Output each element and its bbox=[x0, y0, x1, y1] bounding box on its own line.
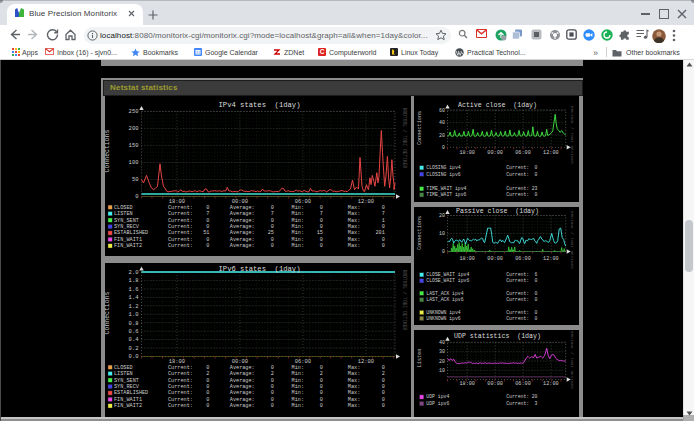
svg-text:0: 0 bbox=[319, 237, 322, 243]
svg-text:Max:: Max: bbox=[347, 403, 359, 409]
svg-text:Average:: Average: bbox=[229, 403, 254, 409]
svg-text:12:00: 12:00 bbox=[543, 256, 559, 262]
svg-text:Max:: Max: bbox=[347, 230, 359, 236]
svg-text:0.0: 0.0 bbox=[128, 353, 138, 360]
svg-text:0.6: 0.6 bbox=[128, 328, 138, 335]
svg-text:0: 0 bbox=[381, 397, 384, 403]
svg-text:Average:: Average: bbox=[229, 224, 254, 230]
svg-text:31: 31 bbox=[196, 50, 201, 55]
svg-text:Current:: Current: bbox=[506, 272, 529, 277]
svg-text:Current:: Current: bbox=[167, 390, 192, 396]
svg-text:1.0: 1.0 bbox=[128, 311, 138, 318]
svg-text:FIN_WAIT2: FIN_WAIT2 bbox=[113, 243, 141, 249]
svg-text:FIN_WAIT1: FIN_WAIT1 bbox=[113, 397, 141, 403]
svg-text:Current:: Current: bbox=[506, 165, 529, 170]
svg-text:LAST_ACK ipv4: LAST_ACK ipv4 bbox=[427, 291, 464, 296]
svg-text:18:00: 18:00 bbox=[460, 150, 476, 156]
svg-text:6: 6 bbox=[535, 272, 538, 277]
svg-text:Average:: Average: bbox=[229, 237, 254, 243]
svg-text:3: 3 bbox=[535, 401, 538, 406]
svg-text:SYN_RECV: SYN_RECV bbox=[113, 384, 139, 390]
svg-text:0: 0 bbox=[319, 224, 322, 230]
svg-text:0: 0 bbox=[206, 218, 209, 224]
svg-text:0: 0 bbox=[535, 310, 538, 315]
svg-text:0: 0 bbox=[206, 378, 209, 384]
svg-text:0: 0 bbox=[381, 384, 384, 390]
svg-text:0: 0 bbox=[319, 378, 322, 384]
svg-text:60: 60 bbox=[439, 108, 445, 113]
svg-text:CLOSING ipv6: CLOSING ipv6 bbox=[427, 172, 462, 177]
svg-text:SYN_SENT: SYN_SENT bbox=[113, 218, 138, 224]
svg-text:0: 0 bbox=[535, 291, 538, 296]
svg-text:Current:: Current: bbox=[167, 243, 192, 249]
svg-text:IPv6 states (1day): IPv6 states (1day) bbox=[218, 265, 300, 273]
svg-text:0: 0 bbox=[442, 249, 445, 254]
svg-text:0: 0 bbox=[319, 218, 322, 224]
svg-text:LISTEN: LISTEN bbox=[113, 211, 132, 217]
svg-text:Connections: Connections bbox=[417, 216, 423, 250]
svg-text:Current:: Current: bbox=[506, 316, 529, 321]
svg-text:00:00: 00:00 bbox=[488, 381, 504, 387]
svg-text:Current:: Current: bbox=[167, 397, 192, 403]
svg-text:40: 40 bbox=[439, 120, 445, 125]
svg-text:0: 0 bbox=[319, 397, 322, 403]
svg-text:RRDTOOL / TOBI OETIKER: RRDTOOL / TOBI OETIKER bbox=[401, 270, 406, 331]
svg-text:Max:: Max: bbox=[347, 365, 359, 371]
svg-text:C: C bbox=[320, 48, 325, 55]
svg-text:200: 200 bbox=[128, 125, 138, 132]
svg-text:Average:: Average: bbox=[229, 390, 254, 396]
svg-text:Average:: Average: bbox=[229, 211, 254, 217]
svg-text:FIN_WAIT2: FIN_WAIT2 bbox=[113, 403, 141, 409]
svg-text:0: 0 bbox=[381, 378, 384, 384]
svg-text:Current:: Current: bbox=[167, 378, 192, 384]
svg-text:Max:: Max: bbox=[347, 243, 359, 249]
svg-text:0: 0 bbox=[206, 397, 209, 403]
svg-text:Min:: Min: bbox=[291, 224, 303, 230]
svg-text:2.0: 2.0 bbox=[128, 269, 138, 276]
svg-text:Current:: Current: bbox=[506, 186, 529, 191]
svg-text:RRDTOOL / TOBI OETIKER: RRDTOOL / TOBI OETIKER bbox=[570, 331, 575, 389]
svg-text:Max:: Max: bbox=[347, 397, 359, 403]
svg-text:1: 1 bbox=[381, 218, 384, 224]
svg-text:Current:: Current: bbox=[506, 291, 529, 296]
svg-text:0: 0 bbox=[270, 390, 273, 396]
svg-text:Listen: Listen bbox=[417, 349, 423, 368]
svg-text:Max:: Max: bbox=[347, 378, 359, 384]
svg-text:15: 15 bbox=[316, 230, 322, 236]
svg-text:0: 0 bbox=[206, 237, 209, 243]
svg-text:0: 0 bbox=[270, 403, 273, 409]
svg-text:UDP ipv6: UDP ipv6 bbox=[427, 401, 450, 406]
svg-text:0: 0 bbox=[319, 365, 322, 371]
svg-text:Average:: Average: bbox=[229, 378, 254, 384]
svg-text:0: 0 bbox=[206, 403, 209, 409]
svg-text:150: 150 bbox=[128, 142, 138, 149]
svg-text:Average:: Average: bbox=[229, 397, 254, 403]
svg-text:7: 7 bbox=[270, 211, 273, 217]
svg-text:20: 20 bbox=[439, 133, 445, 138]
svg-text:Min:: Min: bbox=[291, 371, 303, 377]
svg-text:10: 10 bbox=[439, 231, 445, 236]
svg-text:2: 2 bbox=[381, 371, 384, 377]
svg-text:CLOSED: CLOSED bbox=[113, 365, 132, 371]
svg-text:Max:: Max: bbox=[347, 384, 359, 390]
svg-text:0: 0 bbox=[206, 243, 209, 249]
svg-text:Max:: Max: bbox=[347, 211, 359, 217]
svg-text:0: 0 bbox=[535, 172, 538, 177]
svg-text:Current:: Current: bbox=[167, 211, 192, 217]
svg-text:0.4: 0.4 bbox=[128, 337, 139, 344]
svg-text:Max:: Max: bbox=[347, 224, 359, 230]
svg-text:Current:: Current: bbox=[506, 192, 529, 197]
svg-text:Current:: Current: bbox=[167, 384, 192, 390]
svg-text:0: 0 bbox=[381, 237, 384, 243]
svg-text:7: 7 bbox=[381, 211, 384, 217]
svg-text:7: 7 bbox=[319, 211, 322, 217]
svg-text:20: 20 bbox=[439, 359, 445, 364]
svg-text:0: 0 bbox=[381, 365, 384, 371]
svg-text:Current:: Current: bbox=[506, 172, 529, 177]
svg-text:0: 0 bbox=[381, 390, 384, 396]
svg-text:CLOSE_WAIT ipv4: CLOSE_WAIT ipv4 bbox=[427, 272, 470, 277]
svg-text:SYN_SENT: SYN_SENT bbox=[113, 378, 138, 384]
svg-text:LAST_ACK ipv6: LAST_ACK ipv6 bbox=[427, 297, 464, 302]
svg-text:CLOSED: CLOSED bbox=[113, 205, 132, 211]
svg-text:Current:: Current: bbox=[167, 205, 192, 211]
